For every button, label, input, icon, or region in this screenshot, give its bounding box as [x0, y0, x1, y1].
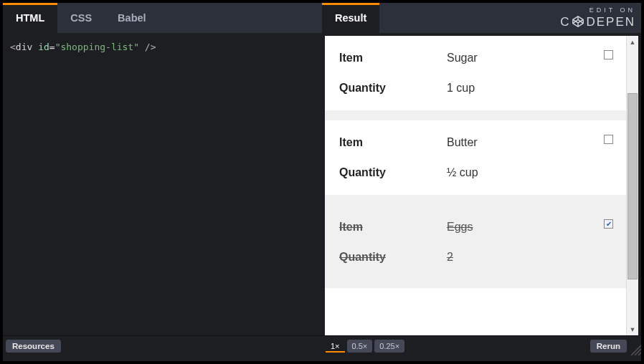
item-value: Butter: [447, 136, 478, 149]
tab-css[interactable]: CSS: [57, 3, 105, 33]
zoom-controls: 1× 0.5× 0.25×: [326, 340, 404, 353]
resources-button[interactable]: Resources: [6, 340, 61, 353]
item-value: Sugar: [447, 52, 478, 64]
list-item: Item Butter Quantity ½ cup: [325, 120, 626, 195]
codepen-logo-icon: [572, 15, 584, 28]
footer-bar: Resources 1× 0.5× 0.25× Rerun: [3, 335, 641, 355]
checkbox[interactable]: [604, 135, 613, 144]
item-label: Item: [339, 136, 447, 149]
code-eq: =: [49, 42, 55, 52]
codepen-wordmark2: DEPEN: [586, 16, 635, 28]
checkbox[interactable]: [604, 50, 613, 59]
editor-tabs: HTML CSS Babel: [3, 3, 322, 33]
zoom-05x-button[interactable]: 0.5×: [347, 340, 373, 353]
item-label: Item: [339, 221, 447, 234]
code-attr: id: [38, 42, 49, 52]
list-item: ✔ Item Eggs Quantity 2: [325, 205, 626, 279]
svg-line-1: [635, 349, 641, 355]
checkbox[interactable]: ✔: [604, 219, 613, 229]
scroll-down-icon[interactable]: ▼: [627, 323, 638, 335]
scroll-up-icon[interactable]: ▲: [627, 36, 638, 48]
item-label: Item: [339, 52, 447, 64]
svg-line-2: [638, 353, 641, 355]
tab-html[interactable]: HTML: [3, 3, 57, 33]
tab-babel[interactable]: Babel: [105, 3, 159, 33]
code-str: "shopping-list": [55, 42, 139, 52]
result-tabs: Result EDIT ON C DEPEN: [322, 3, 641, 33]
list-item: [325, 288, 626, 300]
qty-value: 2: [447, 251, 453, 264]
qty-label: Quantity: [339, 251, 447, 264]
codepen-wordmark: C: [560, 16, 570, 28]
list-item: Item Sugar Quantity 1 cup: [325, 36, 626, 110]
resize-handle-icon[interactable]: [628, 343, 641, 355]
tab-result[interactable]: Result: [322, 3, 379, 33]
codepen-badge[interactable]: EDIT ON C DEPEN: [560, 7, 635, 28]
code-tagname: div: [16, 42, 32, 52]
preview-frame: Item Sugar Quantity 1 cup: [325, 36, 638, 335]
edit-on-label: EDIT ON: [560, 7, 635, 14]
scroll-thumb[interactable]: [628, 93, 638, 279]
qty-label: Quantity: [339, 82, 447, 95]
item-value: Eggs: [447, 221, 473, 234]
code-punc: <: [10, 42, 16, 52]
code-close: />: [139, 42, 156, 52]
qty-value: ½ cup: [447, 166, 478, 179]
zoom-025x-button[interactable]: 0.25×: [374, 340, 404, 353]
scrollbar[interactable]: ▲ ▼: [626, 36, 638, 335]
rerun-button[interactable]: Rerun: [590, 340, 627, 353]
shopping-list: Item Sugar Quantity 1 cup: [325, 36, 626, 335]
qty-label: Quantity: [339, 166, 447, 179]
code-editor[interactable]: <div id="shopping-list" />: [3, 33, 322, 335]
qty-value: 1 cup: [447, 82, 475, 95]
zoom-1x-button[interactable]: 1×: [326, 340, 345, 353]
